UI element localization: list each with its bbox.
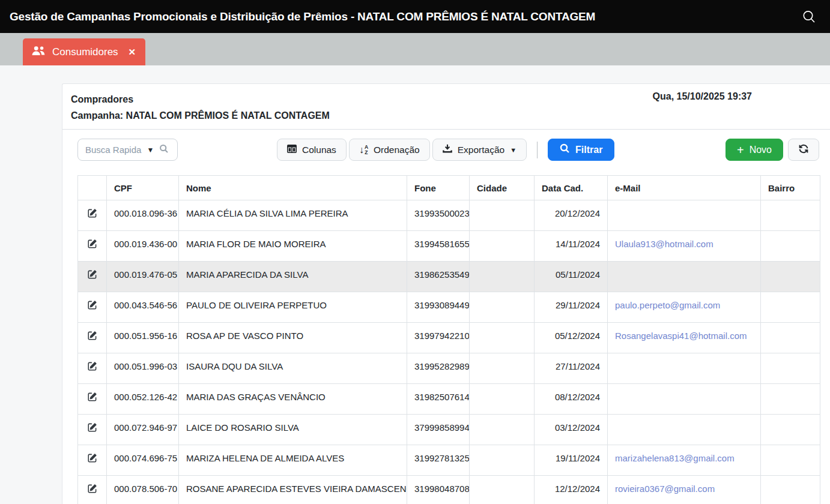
table-body: 000.018.096-36MARIA CÉLIA DA SILVA LIMA … [78,200,820,504]
cell-data-cad: 20/12/2024 [535,200,608,231]
email-link[interactable]: paulo.perpeto@gmail.com [615,300,720,310]
cell-email [608,353,761,384]
cell-bairro [761,231,820,262]
filter-button[interactable]: Filtrar [548,139,614,161]
search-icon [159,144,169,155]
search-icon[interactable] [800,8,818,26]
cell-nome: PAULO DE OLIVEIRA PERPETUO [179,292,407,323]
cell-cpf: 000.019.436-00 [107,231,179,262]
cell-fone: 37999858994 [407,415,470,445]
cell-bairro [761,323,820,353]
cell-cpf: 000.052.126-42 [107,384,179,415]
cell-cpf: 000.051.956-16 [107,323,179,353]
quick-search-dropdown[interactable]: Busca Rapida ▼ [77,139,178,161]
edit-icon[interactable] [78,200,107,231]
cell-email [608,415,761,445]
cell-fone: 31993089449 [407,292,470,323]
cell-bairro [761,292,820,323]
close-icon[interactable]: ✕ [129,47,136,58]
toolbar-right: + Novo [725,139,819,161]
cell-nome: LAICE DO ROSARIO SILVA [179,415,407,445]
edit-icon[interactable] [78,323,107,353]
edit-icon[interactable] [78,415,107,445]
cell-email: Ulaula913@hotmail.com [608,231,761,262]
cell-fone: 31986253549 [407,262,470,292]
cell-data-cad: 05/11/2024 [535,262,608,292]
cell-cidade [470,353,535,384]
edit-icon[interactable] [78,384,107,415]
table-row: 000.078.506-70ROSANE APARECIDA ESTEVES V… [78,476,820,504]
table-columns-icon [287,145,297,155]
table-row: 000.019.476-05MARIA APARECIDA DA SILVA31… [78,262,820,292]
header-data-cad: Data Cad. [535,176,608,200]
cell-cpf: 000.078.506-70 [107,476,179,504]
cell-data-cad: 19/11/2024 [535,445,608,476]
tab-consumidores[interactable]: Consumidores ✕ [23,38,145,65]
table-row: 000.051.996-03ISAURA DQU DA SILVA3199528… [78,353,820,384]
columns-label: Colunas [302,145,336,155]
header-cidade: Cidade [470,176,535,200]
columns-button[interactable]: Colunas [277,139,347,161]
cell-email: rovieira0367@gmail.com [608,476,761,504]
new-button[interactable]: + Novo [725,139,783,161]
edit-icon[interactable] [78,476,107,504]
cell-fone: 31982507614 [407,384,470,415]
cell-nome: MARIZA HELENA DE ALMEIDA ALVES [179,445,407,476]
cell-fone: 31997942210 [407,323,470,353]
tab-label: Consumidores [52,46,118,58]
email-link[interactable]: Rosangelavaspi41@hotmail.com [615,331,747,341]
app-title: Gestão de Campanhas Promocionais e Distr… [10,10,595,23]
campaign-subtitle: Campanha: NATAL COM PRÊMIOS É NATAL CONT… [71,107,820,124]
cell-cpf: 000.051.996-03 [107,353,179,384]
cell-email: marizahelena813@gmail.com [608,445,761,476]
refresh-button[interactable] [788,139,819,161]
email-link[interactable]: rovieira0367@gmail.com [615,484,715,494]
table-row: 000.072.946-97LAICE DO ROSARIO SILVA3799… [78,415,820,445]
new-label: Novo [750,145,772,155]
cell-data-cad: 29/11/2024 [535,292,608,323]
cell-nome: MARIA APARECIDA DA SILVA [179,262,407,292]
sort-button[interactable]: ↓AZ Ordenação [349,139,430,161]
export-button[interactable]: Exportação ▼ [432,139,527,161]
quick-search-label: Busca Rapida [85,145,141,155]
cell-cpf: 000.072.946-97 [107,415,179,445]
email-link[interactable]: marizahelena813@gmail.com [615,453,735,463]
header-nome: Nome [179,176,407,200]
consumers-table: CPF Nome Fone Cidade Data Cad. e-Mail Ba… [77,175,820,504]
cell-email [608,200,761,231]
caret-down-icon: ▼ [510,146,516,154]
cell-bairro [761,415,820,445]
cell-data-cad: 12/12/2024 [535,476,608,504]
cell-nome: MARIA CÉLIA DA SILVA LIMA PEREIRA [179,200,407,231]
cell-bairro [761,445,820,476]
panel-header: Compradores Campanha: NATAL COM PRÊMIOS … [62,84,830,130]
edit-icon[interactable] [78,262,107,292]
cell-fone: 31995282989 [407,353,470,384]
edit-icon[interactable] [78,231,107,262]
cell-data-cad: 03/12/2024 [535,415,608,445]
header-bairro: Bairro [761,176,820,200]
cell-cpf: 000.019.476-05 [107,262,179,292]
edit-icon[interactable] [78,292,107,323]
cell-fone: 31994581655 [407,231,470,262]
cell-bairro [761,476,820,504]
email-link[interactable]: Ulaula913@hotmail.com [615,239,713,249]
data-grid: CPF Nome Fone Cidade Data Cad. e-Mail Ba… [77,175,819,504]
cell-fone: 31993500023 [407,200,470,231]
refresh-icon [798,143,809,157]
cell-fone: 31998048708 [407,476,470,504]
toolbar-separator [537,142,538,158]
table-header-row: CPF Nome Fone Cidade Data Cad. e-Mail Ba… [78,176,820,200]
header-edit [78,176,107,200]
cell-nome: MARIA DAS GRAÇAS VENÂNCIO [179,384,407,415]
search-icon [560,143,570,156]
edit-icon[interactable] [78,353,107,384]
filter-label: Filtrar [575,145,602,155]
cell-data-cad: 14/11/2024 [535,231,608,262]
cell-cidade [470,231,535,262]
arrow-down-a-z-icon: ↓AZ [359,145,368,155]
toolbar-center: Colunas ↓AZ Ordenação [277,139,614,161]
edit-icon[interactable] [78,445,107,476]
cell-bairro [761,353,820,384]
table-row: 000.052.126-42MARIA DAS GRAÇAS VENÂNCIO3… [78,384,820,415]
